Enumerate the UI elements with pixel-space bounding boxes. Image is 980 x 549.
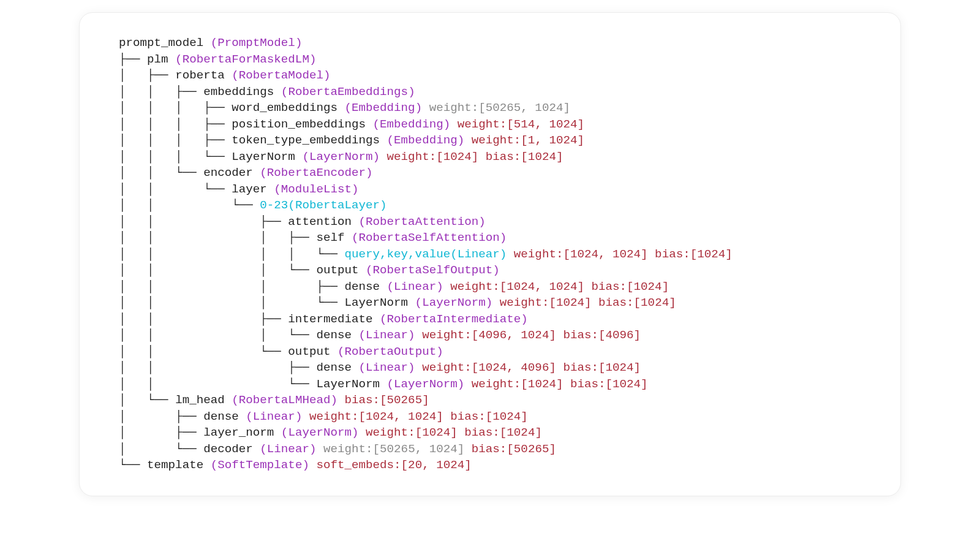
tree-row: │ │ └── output (RobertaOutput) — [119, 345, 443, 358]
tree-row: │ │ └── encoder (RobertaEncoder) — [119, 166, 373, 180]
tree-row: │ │ ├── dense (Linear) weight:[1024, 409… — [119, 361, 641, 374]
tree-row: │ │ │ ├── token_type_embeddings (Embeddi… — [119, 134, 584, 147]
tree-row: │ │ └── 0-23(RobertaLayer) — [119, 199, 387, 212]
tree-row: │ │ └── layer (ModuleList) — [119, 183, 359, 196]
tree-row: │ │ │ ├── dense (Linear) weight:[1024, 1… — [119, 280, 669, 293]
tree-row: prompt_model (PromptModel) — [119, 36, 302, 50]
tree-row: │ ├── layer_norm (LayerNorm) weight:[102… — [119, 426, 542, 439]
tree-row: │ │ ├── intermediate (RobertaIntermediat… — [119, 312, 528, 326]
tree-row: │ │ └── LayerNorm (LayerNorm) weight:[10… — [119, 377, 648, 391]
tree-row: │ │ │ └── dense (Linear) weight:[4096, 1… — [119, 328, 641, 342]
tree-row: │ └── lm_head (RobertaLMHead) bias:[5026… — [119, 393, 429, 407]
model-tree-card: prompt_model (PromptModel) ├── plm (Robe… — [79, 12, 901, 496]
tree-row: ├── plm (RobertaForMaskedLM) — [119, 53, 316, 66]
tree-row: │ │ │ ├── position_embeddings (Embedding… — [119, 118, 584, 131]
tree-row: │ ├── dense (Linear) weight:[1024, 1024]… — [119, 410, 528, 423]
tree-row: │ └── decoder (Linear) weight:[50265, 10… — [119, 442, 556, 456]
tree-row: │ │ ├── attention (RobertaAttention) — [119, 215, 486, 229]
tree-row: │ │ │ └── LayerNorm (LayerNorm) weight:[… — [119, 150, 563, 164]
tree-row: │ │ │ ├── word_embeddings (Embedding) we… — [119, 101, 570, 115]
tree-row: │ │ │ └── LayerNorm (LayerNorm) weight:[… — [119, 296, 676, 309]
tree-row: └── template (SoftTemplate) soft_embeds:… — [119, 458, 472, 472]
tree-row: │ │ │ ├── self (RobertaSelfAttention) — [119, 231, 507, 244]
tree-row: │ ├── roberta (RobertaModel) — [119, 69, 330, 82]
tree-row: │ │ │ └── output (RobertaSelfOutput) — [119, 263, 500, 277]
tree-row: │ │ │ │ └── query,key,value(Linear) weig… — [119, 248, 733, 261]
tree-row: │ │ ├── embeddings (RobertaEmbeddings) — [119, 85, 415, 99]
model-tree: prompt_model (PromptModel) ├── plm (Robe… — [119, 35, 873, 474]
